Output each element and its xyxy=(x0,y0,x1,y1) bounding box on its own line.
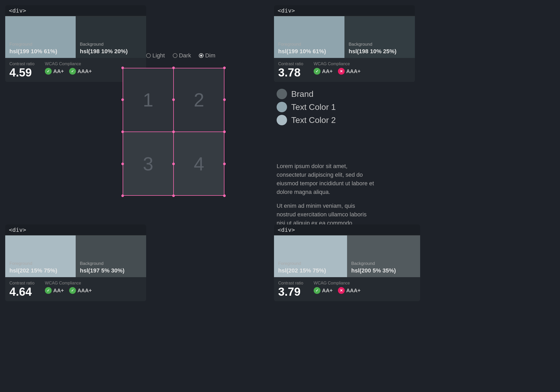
text2-label: Text Color 2 xyxy=(291,115,336,125)
handle-left-mid[interactable] xyxy=(121,98,124,101)
wcag-badges-tr: ✓ AA+ ✕ AAA+ xyxy=(314,68,361,75)
panel-top-left-colors: Foreground hsl(199 10% 61%) Background h… xyxy=(5,16,146,58)
aa-icon-tr: ✓ xyxy=(314,68,320,75)
theme-dim-label: Dim xyxy=(205,52,215,59)
text1-circle xyxy=(277,102,287,112)
panel-bottom-left-colors: Foreground hsl(202 15% 75%) Background h… xyxy=(5,235,146,277)
bg-label-tr: Background xyxy=(349,42,411,47)
radio-dim-dot xyxy=(200,55,202,57)
handle-left-mid-bot[interactable] xyxy=(121,163,124,165)
theme-row: Light Dark Dim xyxy=(146,52,215,59)
fg-value-bl: hsl(202 15% 75%) xyxy=(9,267,72,274)
wcag-aaa-br: ✕ AAA+ xyxy=(338,287,361,294)
foreground-swatch-br: Foreground hsl(202 15% 75%) xyxy=(274,235,347,277)
bg-value-tl: hsl(198 10% 20%) xyxy=(80,48,142,55)
theme-light-label: Light xyxy=(152,52,165,59)
handle-inner-bot[interactable] xyxy=(172,163,175,165)
lorem-paragraph-1: Lorem ipsum dolor sit amet, consectetur … xyxy=(277,162,376,196)
wcag-aaa-tr: ✕ AAA+ xyxy=(338,68,361,75)
grid-cell-4: 4 xyxy=(174,132,224,196)
cell-label-4: 4 xyxy=(194,153,204,175)
fg-value-br: hsl(202 15% 75%) xyxy=(278,267,343,274)
handle-mid-right[interactable] xyxy=(223,130,226,133)
panel-bottom-right-colors: Foreground hsl(202 15% 75%) Background h… xyxy=(274,235,420,277)
background-swatch-tl: Background hsl(198 10% 20%) xyxy=(76,16,146,58)
radio-dim[interactable] xyxy=(199,53,204,58)
bg-value-tr: hsl(198 10% 25%) xyxy=(349,48,411,55)
wcag-badges-bl: ✓ AA+ ✓ AAA+ xyxy=(45,287,92,294)
handle-bot-mid[interactable] xyxy=(172,194,175,197)
wcag-badges-br: ✓ AA+ ✕ AAA+ xyxy=(314,287,361,294)
theme-dim[interactable]: Dim xyxy=(199,52,215,59)
handle-top-left[interactable] xyxy=(121,67,124,69)
contrast-label-tr: Contrast ratio xyxy=(278,62,303,66)
wcag-aa-br: ✓ AA+ xyxy=(314,287,333,294)
contrast-value-br: 3.79 xyxy=(278,286,303,298)
cell-label-3: 3 xyxy=(143,153,153,175)
legend-item-text1: Text Color 1 xyxy=(277,102,381,112)
background-swatch-bl: Background hsl(197 5% 30%) xyxy=(76,235,146,277)
radio-light[interactable] xyxy=(146,53,151,58)
text2-circle xyxy=(277,115,287,125)
fg-label-tl: Foreground xyxy=(9,42,72,47)
wcag-label-tl: WCAG Compliance xyxy=(45,62,92,66)
panel-bottom-right-title: <div> xyxy=(274,224,420,235)
panel-top-right-colors: Foreground hsl(199 10% 61%) Background h… xyxy=(274,16,415,58)
contrast-group-tl: Contrast ratio 4.59 xyxy=(9,62,34,78)
handle-mid-mid[interactable] xyxy=(172,130,175,133)
cell-label-2: 2 xyxy=(194,89,204,111)
panel-top-right-title: <div> xyxy=(274,5,415,16)
handle-right-mid-top[interactable] xyxy=(223,98,226,101)
aaa-text-tl: AAA+ xyxy=(78,68,92,74)
aa-text-tr: AA+ xyxy=(322,68,333,74)
handle-top-right[interactable] xyxy=(223,67,226,69)
aaa-text-bl: AAA+ xyxy=(78,288,92,294)
aaa-text-br: AAA+ xyxy=(346,288,361,294)
wcag-aaa-bl: ✓ AAA+ xyxy=(69,287,92,294)
handle-inner-top[interactable] xyxy=(172,98,175,101)
bg-label-bl: Background xyxy=(80,261,142,266)
wcag-aaa-tl: ✓ AAA+ xyxy=(69,68,92,75)
aaa-icon-tl: ✓ xyxy=(69,68,76,75)
aa-icon-tl: ✓ xyxy=(45,68,52,75)
legend-panel: Brand Text Color 1 Text Color 2 xyxy=(277,89,381,128)
panel-top-left-title: <div> xyxy=(5,5,146,16)
foreground-swatch-tl: Foreground hsl(199 10% 61%) xyxy=(5,16,76,58)
background-swatch-br: Background hsl(200 5% 35%) xyxy=(347,235,420,277)
wcag-aa-bl: ✓ AA+ xyxy=(45,287,64,294)
handle-bot-left[interactable] xyxy=(121,194,124,197)
aaa-icon-bl: ✓ xyxy=(69,287,76,294)
contrast-group-br: Contrast ratio 3.79 xyxy=(278,281,303,298)
fg-value-tr: hsl(199 10% 61%) xyxy=(278,48,340,55)
wcag-group-bl: WCAG Compliance ✓ AA+ ✓ AAA+ xyxy=(45,281,92,294)
grid-cell-2: 2 xyxy=(174,68,224,132)
aa-text-br: AA+ xyxy=(322,288,333,294)
wcag-group-tr: WCAG Compliance ✓ AA+ ✕ AAA+ xyxy=(314,62,361,75)
aa-icon-br: ✓ xyxy=(314,287,320,294)
handle-right-mid-bot[interactable] xyxy=(223,163,226,165)
wcag-label-tr: WCAG Compliance xyxy=(314,62,361,66)
handle-mid-left[interactable] xyxy=(121,130,124,133)
brand-label: Brand xyxy=(291,89,313,99)
wcag-group-br: WCAG Compliance ✓ AA+ ✕ AAA+ xyxy=(314,281,361,294)
radio-dark[interactable] xyxy=(173,53,177,58)
wcag-aa-tr: ✓ AA+ xyxy=(314,68,333,75)
fg-label-tr: Foreground xyxy=(278,42,340,47)
contrast-value-bl: 4.64 xyxy=(9,286,34,298)
brand-circle xyxy=(277,89,287,99)
grid-wrapper: 1 2 3 4 xyxy=(123,68,224,196)
panel-bottom-right-stats: Contrast ratio 3.79 WCAG Compliance ✓ AA… xyxy=(274,277,420,301)
bg-value-bl: hsl(197 5% 30%) xyxy=(80,267,142,274)
panel-top-right-stats: Contrast ratio 3.78 WCAG Compliance ✓ AA… xyxy=(274,58,415,82)
theme-dark[interactable]: Dark xyxy=(173,52,191,59)
foreground-swatch-tr: Foreground hsl(199 10% 61%) xyxy=(274,16,344,58)
handle-top-mid[interactable] xyxy=(172,67,175,69)
wcag-badges-tl: ✓ AA+ ✓ AAA+ xyxy=(45,68,92,75)
handle-bot-right[interactable] xyxy=(223,194,226,197)
wcag-label-br: WCAG Compliance xyxy=(314,281,361,286)
aaa-icon-br: ✕ xyxy=(338,287,345,294)
bg-label-br: Background xyxy=(351,261,416,266)
legend-item-brand: Brand xyxy=(277,89,381,99)
theme-light[interactable]: Light xyxy=(146,52,165,59)
foreground-swatch-bl: Foreground hsl(202 15% 75%) xyxy=(5,235,76,277)
